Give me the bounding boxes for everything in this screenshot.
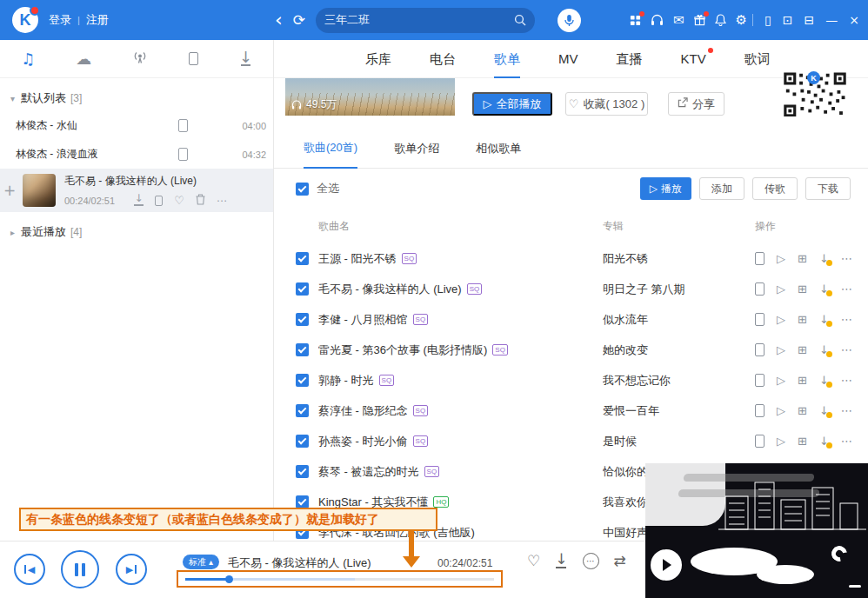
track-title[interactable]: 林俊杰 - 水仙 (16, 118, 77, 133)
song-title[interactable]: 王源 - 阳光不锈 (318, 251, 397, 267)
bell-icon[interactable] (715, 14, 726, 26)
pause-button[interactable] (61, 550, 99, 588)
row-checkbox[interactable] (296, 313, 309, 326)
progress-knob[interactable] (225, 575, 233, 583)
device-icon[interactable] (755, 374, 765, 387)
song-title[interactable]: 雷光夏 - 第36个故事 (电影抒情版) (318, 342, 487, 358)
phone-icon[interactable]: ▯ (765, 13, 771, 27)
table-row[interactable]: 毛不易 - 像我这样的人 (Live)SQ 明日之子 第八期 ▷⊞↓⋯ (274, 274, 868, 304)
album-name[interactable]: 阳光不锈 (603, 251, 755, 267)
tab-lyrics[interactable]: 歌词 (744, 40, 771, 78)
radio-icon[interactable] (132, 50, 148, 68)
select-all-label[interactable]: 全选 (317, 181, 339, 196)
download-icon[interactable]: ↓ (819, 344, 829, 355)
mail-icon[interactable]: ✉ (673, 14, 684, 27)
progress-bar[interactable] (185, 578, 494, 581)
download-icon[interactable]: ↓ (819, 375, 829, 386)
now-playing-title[interactable]: 毛不易 - 像我这样的人 (Live) (64, 174, 273, 189)
device-icon[interactable] (755, 404, 765, 417)
table-row[interactable]: 王源 - 阳光不锈SQ 阳光不锈 ▷⊞↓⋯ (274, 243, 868, 274)
song-title[interactable]: 蔡淳佳 - 隐形纪念 (318, 403, 408, 419)
minimize-icon[interactable]: — (825, 13, 838, 27)
heart-icon[interactable]: ♡ (174, 195, 184, 206)
trash-icon[interactable] (196, 194, 205, 207)
download-manager-icon[interactable]: ↓ (239, 51, 252, 66)
play-all-button[interactable]: ▷ 全部播放 (472, 92, 552, 116)
row-checkbox[interactable] (296, 404, 309, 417)
tab-radio[interactable]: 电台 (430, 40, 456, 78)
row-checkbox[interactable] (296, 435, 309, 448)
next-button[interactable]: ▶ (116, 554, 147, 585)
play-icon[interactable]: ▷ (777, 405, 785, 416)
album-name[interactable]: 是时候 (603, 434, 755, 449)
more-icon[interactable]: ⋯ (217, 196, 227, 206)
gear-icon[interactable]: ⚙ (736, 14, 747, 27)
more-icon[interactable]: ⋯ (583, 553, 599, 569)
app-logo[interactable]: K (12, 7, 38, 33)
add-icon[interactable]: ⊞ (798, 344, 807, 355)
table-row[interactable]: 蔡淳佳 - 隐形纪念SQ 爱恨一百年 ▷⊞↓⋯ (274, 395, 868, 426)
download-icon[interactable]: ↓ (819, 253, 829, 264)
list-item[interactable]: 林俊杰 - 水仙 04:00 (0, 111, 273, 140)
quality-selector[interactable]: 标准▴ (183, 555, 219, 569)
download-icon[interactable]: ↓ (819, 314, 829, 325)
table-row[interactable]: 雷光夏 - 第36个故事 (电影抒情版)SQ 她的改变 ▷⊞↓⋯ (274, 335, 868, 365)
device-icon[interactable] (755, 435, 765, 448)
mv-video-overlay[interactable] (645, 463, 868, 598)
list-item[interactable]: 林俊杰 - 浪漫血液 04:32 (0, 140, 273, 169)
album-name[interactable]: 似水流年 (603, 312, 755, 328)
player-song-title[interactable]: 毛不易 - 像我这样的人 (Live) (228, 555, 371, 571)
heart-icon[interactable]: ♡ (527, 554, 540, 568)
table-row[interactable]: 李健 - 八月照相馆SQ 似水流年 ▷⊞↓⋯ (274, 304, 868, 335)
mic-button[interactable] (558, 9, 581, 32)
video-play-icon[interactable] (651, 549, 682, 581)
download-icon[interactable]: ↓ (819, 283, 829, 295)
device-icon[interactable] (178, 119, 188, 132)
download-icon[interactable]: ↓ (555, 554, 567, 568)
back-icon[interactable]: ‹ (275, 10, 283, 30)
row-checkbox[interactable] (296, 374, 309, 387)
sidebar-section-recent[interactable]: ▸ 最近播放 [4] (0, 219, 273, 245)
add-icon[interactable]: ⊞ (798, 253, 807, 264)
tab-music-library[interactable]: 乐库 (365, 40, 391, 78)
more-icon[interactable]: ⋯ (841, 435, 852, 447)
search-input[interactable] (324, 14, 514, 27)
previous-button[interactable]: ◀ (14, 554, 45, 585)
device-icon[interactable] (755, 252, 765, 265)
tab-intro[interactable]: 歌单介绍 (394, 141, 439, 168)
register-link[interactable]: 注册 (86, 12, 109, 28)
download-icon[interactable]: ↓ (134, 195, 144, 205)
row-checkbox[interactable] (296, 465, 309, 478)
song-title[interactable]: 蔡琴 - 被遗忘的时光 (318, 464, 419, 480)
play-icon[interactable]: ▷ (777, 253, 785, 264)
local-music-icon[interactable]: ♫ (21, 50, 35, 68)
headset-icon[interactable] (651, 14, 664, 26)
download-icon[interactable]: ↓ (819, 405, 829, 416)
sidebar-section-default-list[interactable]: ▾ 默认列表 [3] (0, 85, 273, 111)
gift-icon[interactable] (694, 15, 705, 26)
song-title[interactable]: 孙燕姿 - 时光小偷 (318, 434, 408, 449)
share-button[interactable]: 分享 (668, 92, 724, 116)
play-mode-icon[interactable]: ⇄ (614, 554, 626, 568)
play-icon[interactable]: ▷ (777, 375, 785, 386)
song-title[interactable]: 李健 - 八月照相馆 (318, 312, 408, 328)
tab-live[interactable]: 直播 (617, 40, 643, 78)
tab-mv[interactable]: MV (558, 40, 578, 78)
add-song-button[interactable]: + (3, 182, 16, 199)
track-title[interactable]: 林俊杰 - 浪漫血液 (16, 147, 98, 162)
refresh-icon[interactable]: ⟳ (293, 13, 305, 28)
more-icon[interactable]: ⋯ (841, 314, 852, 325)
search-icon[interactable] (514, 14, 526, 26)
more-icon[interactable]: ⋯ (841, 253, 852, 264)
close-icon[interactable]: × (849, 13, 859, 27)
row-checkbox[interactable] (296, 252, 309, 265)
album-name[interactable]: 明日之子 第八期 (603, 282, 755, 297)
table-row[interactable]: 郭静 - 时光SQ 我不想忘记你 ▷⊞↓⋯ (274, 365, 868, 395)
login-link[interactable]: 登录 (49, 12, 71, 28)
more-icon[interactable]: ⋯ (841, 344, 852, 355)
add-icon[interactable]: ⊞ (798, 283, 807, 295)
more-icon[interactable]: ⋯ (841, 375, 852, 386)
row-checkbox[interactable] (296, 495, 309, 508)
apps-grid-icon[interactable] (630, 15, 641, 26)
album-name[interactable]: 爱恨一百年 (603, 403, 755, 419)
